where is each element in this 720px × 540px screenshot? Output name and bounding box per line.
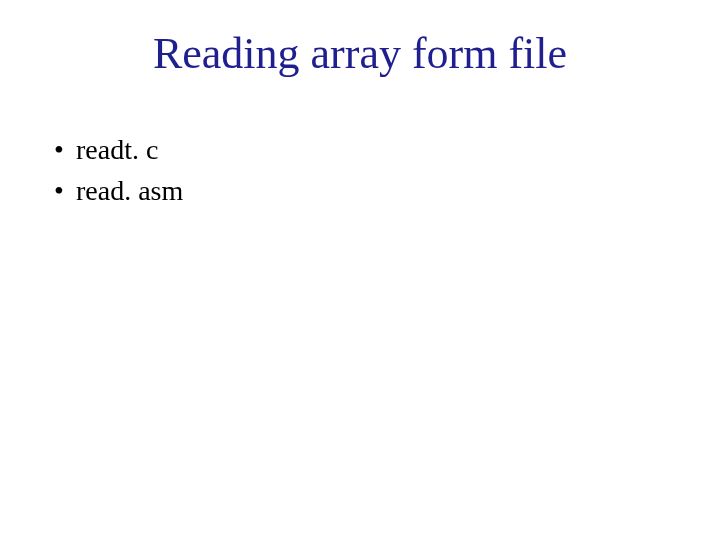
slide-title: Reading array form file [0,28,720,79]
list-item: read. asm [54,171,183,212]
bullet-icon [54,171,76,212]
slide-body: readt. c read. asm [54,130,183,211]
list-item: readt. c [54,130,183,171]
bullet-text: readt. c [76,130,158,171]
bullet-icon [54,130,76,171]
slide: Reading array form file readt. c read. a… [0,0,720,540]
bullet-text: read. asm [76,171,183,212]
